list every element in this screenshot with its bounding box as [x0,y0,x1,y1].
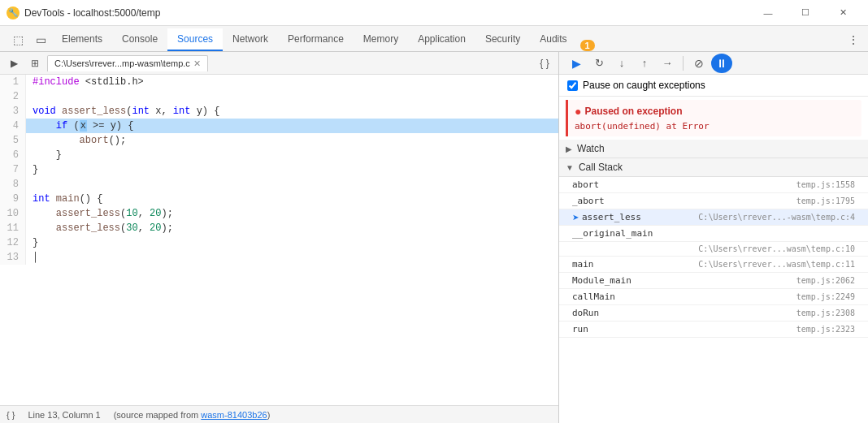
step-out-btn[interactable]: ↑ [634,54,655,73]
tab-bar-left-actions: ⬚ ▭ [7,28,52,51]
callstack-item-assert_less[interactable]: ➤ assert_less C:\Users\rrever...-wasm\te… [559,209,868,226]
source-mapped-link[interactable]: wasm-81403b26 [201,410,267,420]
callstack-section-header[interactable]: Call Stack [559,158,868,177]
line-num-5[interactable]: 5 [0,133,26,148]
callstack-item-run[interactable]: run temp.js:2323 [559,322,868,338]
tab-performance[interactable]: Performance [278,28,354,51]
line-num-13[interactable]: 13 [0,250,26,265]
line-num-10[interactable]: 10 [0,206,26,221]
code-line-9: 9 int main() { [0,192,558,206]
debug-sections: Watch Call Stack abort temp.js:1558 _abo… [559,140,868,423]
tab-memory[interactable]: Memory [354,28,408,51]
code-line-3: 3 void assert_less(int x, int y) { [0,104,558,119]
toggle-drawers-btn[interactable]: ⊞ [26,54,44,72]
code-line-6: 6 } [0,148,558,162]
cs-name-main: main [572,259,698,270]
minimize-button[interactable]: — [749,0,787,26]
pause-on-exception-btn[interactable]: ⏸ [711,54,732,73]
maximize-button[interactable]: ☐ [787,0,824,26]
callstack-item-module_main[interactable]: Module_main temp.js:2062 [559,273,868,289]
tab-network[interactable]: Network [223,28,278,51]
step-into-btn[interactable]: ↓ [611,54,632,73]
deactivate-breakpoints-btn[interactable]: ⊘ [688,54,710,73]
callstack-item-doRun[interactable]: doRun temp.js:2308 [559,305,868,322]
pause-caught-checkbox[interactable] [567,80,578,91]
cs-loc-_abort: temp.js:1795 [796,196,855,205]
cs-name-original_main: __original_main [572,228,855,239]
line-content-7: } [26,162,558,177]
callstack-item-main[interactable]: main C:\Users\rrever...wasm\temp.c:11 [559,257,868,273]
line-content-1: #include <stdlib.h> [26,75,558,89]
show-navigator-btn[interactable]: ▶ [5,54,23,72]
line-num-3[interactable]: 3 [0,104,26,119]
watch-section-header[interactable]: Watch [559,140,868,158]
code-line-12: 12 } [0,235,558,250]
watch-label: Watch [577,143,605,154]
tab-elements[interactable]: Elements [52,28,112,51]
file-tab-name: C:\Users\rrever...mp-wasm\temp.c [54,58,190,68]
more-menu-btn[interactable]: ⋮ [842,28,865,51]
line-content-3: void assert_less(int x, int y) { [26,104,558,119]
line-num-8[interactable]: 8 [0,177,26,192]
line-content-8 [26,177,558,192]
main-area: ▶ ⊞ C:\Users\rrever...mp-wasm\temp.c ✕ {… [0,52,868,423]
source-status-bar: { } Line 13, Column 1 (source mapped fro… [0,405,558,423]
callstack-item-_abort[interactable]: _abort temp.js:1795 [559,193,868,209]
callstack-item-callMain[interactable]: callMain temp.js:2249 [559,289,868,305]
line-num-7[interactable]: 7 [0,162,26,177]
console-icon: { } [7,410,15,420]
line-num-6[interactable]: 6 [0,148,26,162]
step-btn[interactable]: → [657,54,678,73]
code-line-10: 10 assert_less(10, 20); [0,206,558,221]
debug-panel: ▶ ↻ ↓ ↑ → ⊘ ⏸ Pause on caught exceptions… [559,52,868,423]
inspect-icon[interactable]: ⬚ [7,28,29,51]
callstack-item-abort[interactable]: abort temp.js:1558 [559,177,868,193]
format-source-btn[interactable]: { } [536,54,553,72]
devtools-icon: 🔧 [7,6,20,19]
step-over-btn[interactable]: ↻ [588,54,610,73]
cs-loc-main: C:\Users\rrever...wasm\temp.c:11 [698,260,855,269]
cs-sublocation: C:\Users\rrever...wasm\temp.c:10 [698,244,855,253]
line-num-11[interactable]: 11 [0,221,26,235]
cs-name-callMain: callMain [572,291,796,302]
resume-btn[interactable]: ▶ [566,54,587,73]
line-content-11: assert_less(30, 20); [26,221,558,235]
line-num-4[interactable]: 4 [0,119,26,133]
tab-sources[interactable]: Sources [167,28,223,51]
cs-name-module_main: Module_main [572,275,796,286]
tab-console[interactable]: Console [112,28,167,51]
line-content-13: │ [26,250,558,265]
file-tab-close-btn[interactable]: ✕ [193,58,201,69]
code-line-11: 11 assert_less(30, 20); [0,221,558,235]
line-content-2 [26,89,558,104]
tab-audits[interactable]: Audits [530,28,576,51]
source-mapped-label: (source mapped from wasm-81403b26) [114,410,271,420]
cs-loc-callMain: temp.js:2249 [796,292,855,301]
tab-application[interactable]: Application [408,28,475,51]
tab-bar: ⬚ ▭ Elements Console Sources Network Per… [0,26,868,52]
warning-badge: 1 [580,40,595,51]
cs-name-doRun: doRun [572,308,796,318]
exception-error-icon: ● [575,105,581,118]
close-button[interactable]: ✕ [824,0,861,26]
line-num-9[interactable]: 9 [0,192,26,206]
cs-name-run: run [572,324,796,335]
cs-loc-doRun: temp.js:2308 [796,309,855,317]
callstack-item-original_main[interactable]: __original_main [559,226,868,242]
title-bar: 🔧 DevTools - localhost:5000/temp — ☐ ✕ [0,0,868,26]
callstack-item-original_main-loc[interactable]: C:\Users\rrever...wasm\temp.c:10 [559,242,868,257]
call-stack-list: abort temp.js:1558 _abort temp.js:1795 ➤… [559,177,868,338]
line-content-4: if (x >= y) { [26,119,558,133]
line-content-6: } [26,148,558,162]
device-icon[interactable]: ▭ [29,28,52,51]
line-content-10: assert_less(10, 20); [26,206,558,221]
file-tab[interactable]: C:\Users\rrever...mp-wasm\temp.c ✕ [47,55,208,71]
tab-security[interactable]: Security [475,28,530,51]
line-num-12[interactable]: 12 [0,235,26,250]
source-toolbar: ▶ ⊞ C:\Users\rrever...mp-wasm\temp.c ✕ {… [0,52,558,75]
line-num-2[interactable]: 2 [0,89,26,104]
callstack-arrow-icon [566,163,574,172]
code-line-8: 8 [0,177,558,192]
code-line-1: 1 #include <stdlib.h> [0,75,558,89]
line-num-1[interactable]: 1 [0,75,26,89]
